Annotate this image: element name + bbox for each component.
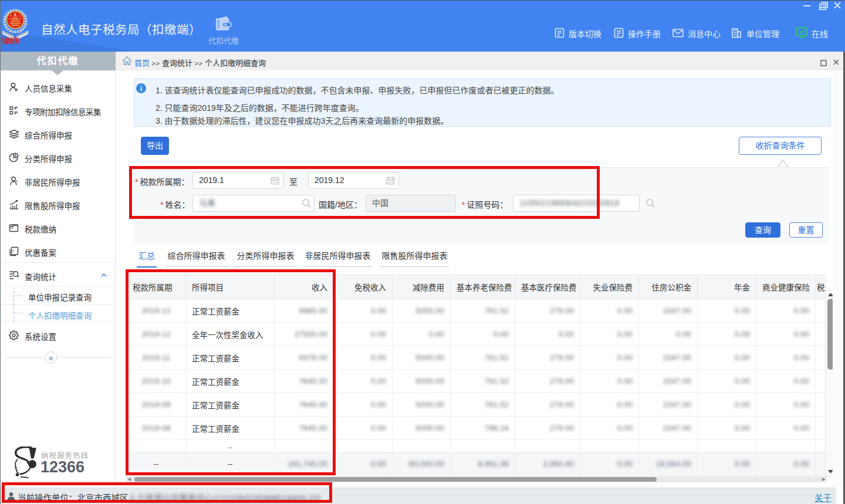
svg-text:«: « (49, 353, 53, 363)
svg-text:中国税务: 中国税务 (1, 36, 21, 45)
